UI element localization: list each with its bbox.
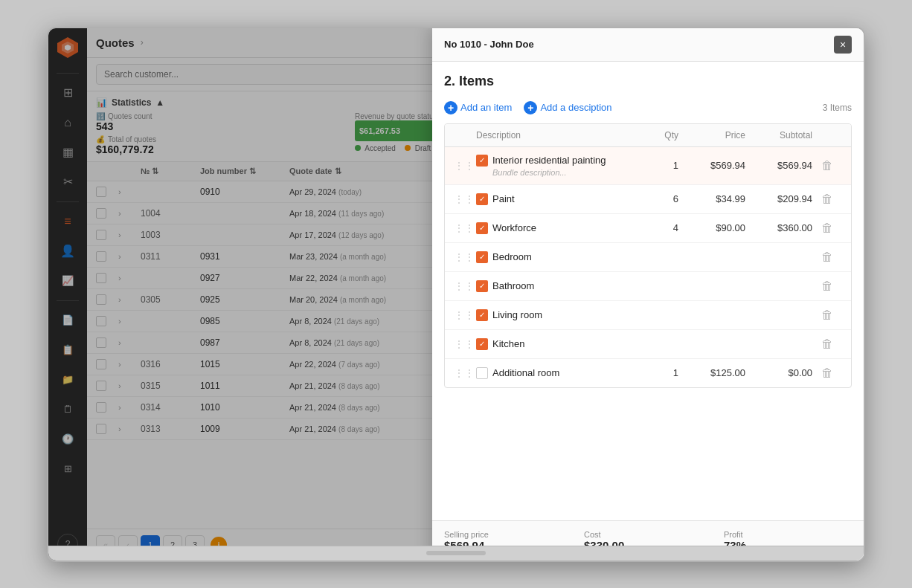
section-title: 2. Items xyxy=(444,74,852,89)
item-6-name: Living room xyxy=(492,309,542,320)
col-delete-header xyxy=(812,130,842,140)
item-3-qty: 4 xyxy=(626,222,678,233)
modal-close-button[interactable]: × xyxy=(834,36,852,54)
add-description-label: Add a desciption xyxy=(540,102,611,113)
delete-item-1-button[interactable]: 🗑 xyxy=(812,159,842,172)
item-1-qty: 1 xyxy=(626,160,678,171)
item-1-sub: Bundle description... xyxy=(476,168,626,177)
item-1-subtotal: $569.94 xyxy=(745,160,812,171)
item-3-desc: ✓ Workforce xyxy=(476,222,626,234)
list-item: ⋮⋮ ✓ Kitchen 🗑 xyxy=(445,330,851,359)
drag-handle-4[interactable]: ⋮⋮ xyxy=(454,251,476,263)
item-2-name-row: ✓ Paint xyxy=(476,193,626,205)
item-4-name: Bedroom xyxy=(492,251,532,262)
item-1-name: Interior residential painting xyxy=(492,155,606,166)
delete-item-7-button[interactable]: 🗑 xyxy=(812,337,842,351)
item-8-name: Additional room xyxy=(492,367,559,378)
item-7-desc: ✓ Kitchen xyxy=(476,338,626,350)
item-2-subtotal: $209.94 xyxy=(745,193,812,204)
delete-item-8-button[interactable]: 🗑 xyxy=(812,366,842,380)
item-8-qty: 1 xyxy=(626,367,678,378)
drag-handle-6[interactable]: ⋮⋮ xyxy=(454,309,476,321)
item-2-name: Paint xyxy=(492,193,515,204)
item-6-name-row: ✓ Living room xyxy=(476,309,626,321)
modal-body: 2. Items + Add an item + Add a desciptio… xyxy=(432,62,864,520)
add-item-label: Add an item xyxy=(460,102,512,113)
modal-title-prefix: No 1010 - xyxy=(444,39,489,50)
drag-handle-1[interactable]: ⋮⋮ xyxy=(454,160,476,172)
item-5-desc: ✓ Bathroom xyxy=(476,280,626,292)
laptop-notch xyxy=(426,551,486,555)
item-5-name: Bathroom xyxy=(492,280,534,291)
drag-handle-8[interactable]: ⋮⋮ xyxy=(454,367,476,379)
drag-handle-5[interactable]: ⋮⋮ xyxy=(454,280,476,292)
item-8-price: $125.00 xyxy=(678,367,745,378)
add-item-plus-icon: + xyxy=(444,101,457,114)
item-6-desc: ✓ Living room xyxy=(476,309,626,321)
list-item: ⋮⋮ ✓ Bathroom 🗑 xyxy=(445,272,851,301)
items-table-header: Description Qty Price Subtotal xyxy=(445,124,851,147)
list-item: ⋮⋮ ✓ Paint 6 $34.99 $209.94 🗑 xyxy=(445,185,851,214)
items-table: Description Qty Price Subtotal ⋮⋮ ✓ Inte… xyxy=(444,123,852,388)
drag-handle-3[interactable]: ⋮⋮ xyxy=(454,222,476,234)
modal-title: No 1010 - John Doe xyxy=(444,39,534,50)
item-8-desc: Additional room xyxy=(476,367,626,379)
item-4-name-row: ✓ Bedroom xyxy=(476,251,626,263)
list-item: ⋮⋮ ✓ Interior residential painting Bundl… xyxy=(445,147,851,185)
item-8-checkbox[interactable] xyxy=(476,367,488,379)
items-modal: No 1010 - John Doe × 2. Items + Add an i… xyxy=(432,28,864,560)
item-3-subtotal: $360.00 xyxy=(745,222,812,233)
item-3-checkbox[interactable]: ✓ xyxy=(476,222,488,234)
col-drag-header xyxy=(454,130,476,140)
laptop-bottom-bar xyxy=(48,546,864,560)
item-3-price: $90.00 xyxy=(678,222,745,233)
item-1-price: $569.94 xyxy=(678,160,745,171)
list-item: ⋮⋮ ✓ Workforce 4 $90.00 $360.00 🗑 xyxy=(445,214,851,243)
col-price-header: Price xyxy=(678,130,745,140)
laptop-frame: ⊞ ⌂ ▦ ✂ ≡ 👤 📈 📄 xyxy=(47,27,865,562)
list-item: ⋮⋮ ✓ Bedroom 🗑 xyxy=(445,243,851,272)
item-5-checkbox[interactable]: ✓ xyxy=(476,280,488,292)
delete-item-5-button[interactable]: 🗑 xyxy=(812,280,842,293)
col-subtotal-header: Subtotal xyxy=(745,130,812,140)
item-8-subtotal: $0.00 xyxy=(745,367,812,378)
items-count: 3 Items xyxy=(823,103,852,113)
add-desc-plus-icon: + xyxy=(524,101,537,114)
drag-handle-2[interactable]: ⋮⋮ xyxy=(454,193,476,205)
delete-item-2-button[interactable]: 🗑 xyxy=(812,193,842,206)
item-2-desc: ✓ Paint xyxy=(476,193,626,205)
modal-header: No 1010 - John Doe × xyxy=(432,28,864,62)
item-4-checkbox[interactable]: ✓ xyxy=(476,251,488,263)
add-description-button[interactable]: + Add a desciption xyxy=(524,101,611,114)
item-6-checkbox[interactable]: ✓ xyxy=(476,309,488,321)
col-qty-header: Qty xyxy=(626,130,678,140)
item-7-name: Kitchen xyxy=(492,338,524,349)
col-description-header: Description xyxy=(476,130,626,140)
modal-title-name: John Doe xyxy=(489,39,533,50)
item-4-desc: ✓ Bedroom xyxy=(476,251,626,263)
add-item-button[interactable]: + Add an item xyxy=(444,101,512,114)
selling-price-label: Selling price xyxy=(444,530,572,539)
toolbar-left: + Add an item + Add a desciption xyxy=(444,101,612,114)
delete-item-3-button[interactable]: 🗑 xyxy=(812,222,842,235)
item-2-qty: 6 xyxy=(626,193,678,204)
items-toolbar: + Add an item + Add a desciption 3 Items xyxy=(444,101,852,114)
item-8-name-row: Additional room xyxy=(476,367,626,379)
item-2-price: $34.99 xyxy=(678,193,745,204)
drag-handle-7[interactable]: ⋮⋮ xyxy=(454,338,476,350)
item-7-name-row: ✓ Kitchen xyxy=(476,338,626,350)
item-1-desc: ✓ Interior residential painting Bundle d… xyxy=(476,155,626,177)
list-item: ⋮⋮ Additional room 1 $125.00 $0.00 🗑 xyxy=(445,359,851,387)
list-item: ⋮⋮ ✓ Living room 🗑 xyxy=(445,301,851,330)
delete-item-4-button[interactable]: 🗑 xyxy=(812,251,842,264)
item-1-name-row: ✓ Interior residential painting xyxy=(476,155,626,167)
modal-overlay: No 1010 - John Doe × 2. Items + Add an i… xyxy=(48,28,864,560)
profit-label: Profit xyxy=(724,530,852,539)
item-3-name: Workforce xyxy=(492,222,536,233)
cost-label: Cost xyxy=(584,530,712,539)
item-7-checkbox[interactable]: ✓ xyxy=(476,338,488,350)
item-2-checkbox[interactable]: ✓ xyxy=(476,193,488,205)
delete-item-6-button[interactable]: 🗑 xyxy=(812,308,842,322)
item-1-checkbox[interactable]: ✓ xyxy=(476,155,488,167)
item-3-name-row: ✓ Workforce xyxy=(476,222,626,234)
